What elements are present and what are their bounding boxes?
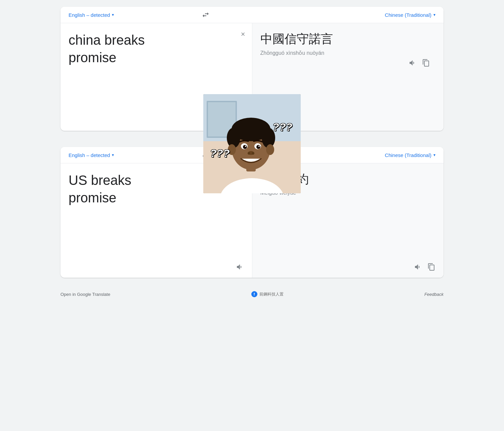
source-lang-selector-1[interactable]: English – detected ▾ (69, 12, 114, 18)
source-lang-label-1: English – detected (69, 12, 110, 18)
output-actions-1 (260, 56, 436, 71)
open-in-google-translate-link[interactable]: Open in Google Translate (60, 292, 110, 297)
svg-point-12 (266, 144, 274, 155)
output-romanized-1: Zhōngguó xìnshǒu nuòyán (260, 50, 436, 56)
svg-point-17 (245, 146, 246, 147)
tts-button-1[interactable] (409, 59, 417, 67)
meme-image: ??? ??? (203, 94, 301, 193)
target-lang-label-2: Chinese (Traditional) (385, 152, 431, 158)
swap-button-1[interactable] (202, 11, 210, 19)
fb-icon: f (251, 291, 257, 297)
tts-input-button-2[interactable] (236, 263, 244, 271)
source-lang-label-2: English – detected (69, 152, 110, 158)
source-lang-chevron-1: ▾ (112, 12, 114, 17)
target-lang-selector-2[interactable]: Chinese (Traditional) ▾ (385, 152, 435, 158)
source-lang-chevron-2: ▾ (112, 153, 114, 157)
output-actions-2 (409, 260, 441, 275)
lang-bar-1: English – detected ▾ Chinese (Traditiona… (60, 7, 444, 23)
svg-point-18 (258, 146, 260, 147)
input-actions-2 (230, 260, 249, 275)
clear-button-1[interactable]: × (241, 30, 245, 39)
meme-text-left: ??? (210, 147, 230, 160)
svg-point-15 (243, 145, 247, 149)
bottom-bar: Open in Google Translate f 前鋼科技人置 Feedba… (60, 286, 444, 303)
feedback-link[interactable]: Feedback (424, 292, 444, 297)
copy-button-2[interactable] (427, 263, 435, 271)
svg-point-21 (252, 152, 254, 155)
meme-text-right: ??? (272, 121, 292, 133)
svg-point-20 (248, 152, 250, 155)
target-lang-selector-1[interactable]: Chinese (Traditional) ▾ (385, 12, 435, 18)
fb-watermark: f 前鋼科技人置 (251, 291, 284, 297)
svg-point-16 (256, 145, 260, 149)
fb-watermark-text: 前鋼科技人置 (259, 291, 284, 297)
meme-person-bg: ??? ??? (203, 94, 301, 193)
target-lang-label-1: Chinese (Traditional) (385, 12, 431, 18)
target-lang-chevron-1: ▾ (433, 12, 435, 17)
output-main-1: 中國信守諾言 (260, 31, 436, 47)
input-text-1[interactable]: china breaks promise (69, 31, 244, 99)
target-lang-chevron-2: ▾ (433, 153, 435, 157)
copy-button-1[interactable] (422, 59, 430, 67)
source-lang-selector-2[interactable]: English – detected ▾ (69, 152, 114, 158)
tts-button-2[interactable] (414, 263, 422, 271)
